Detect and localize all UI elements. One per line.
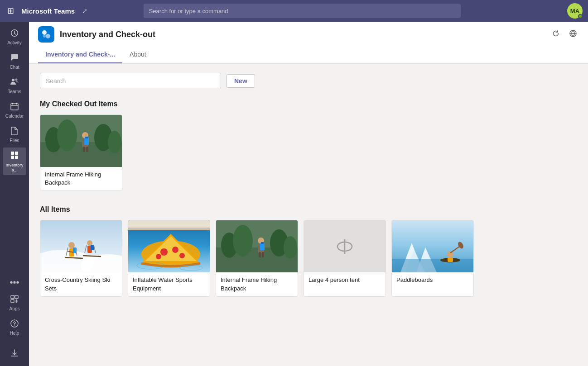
apps-icon [10, 294, 19, 305]
card-image-tent [304, 220, 386, 272]
app-title-header: Inventory and Check-out [60, 30, 155, 39]
svg-rect-6 [15, 156, 18, 159]
card-label-paddleboards: Paddleboards [392, 272, 473, 288]
inventory-icon [10, 150, 19, 162]
more-icon: ••• [10, 278, 19, 287]
card-label-hiking-backpack: Internal Frame Hiking Backpack [216, 272, 298, 296]
svg-point-1 [15, 79, 18, 81]
app-header: Inventory and Check-out [29, 22, 588, 64]
sidebar-item-label-help: Help [10, 331, 19, 336]
card-image-hiking-checked [40, 115, 122, 167]
card-hiking-backpack-checked[interactable]: Internal Frame Hiking Backpack [40, 114, 122, 191]
card-image-skiing [40, 220, 122, 272]
svg-point-31 [68, 242, 75, 248]
sidebar-item-label-files: Files [10, 138, 19, 143]
card-label-water-sports: Inflatable Water Sports Equipment [128, 272, 210, 296]
svg-point-19 [57, 119, 77, 151]
svg-point-61 [284, 236, 297, 259]
sidebar-item-label-inventory: Inventory a... [5, 162, 24, 172]
svg-point-59 [233, 225, 253, 257]
sidebar-item-label-chat: Chat [10, 65, 19, 70]
card-tent[interactable]: Large 4 person tent [304, 220, 386, 296]
svg-point-21 [108, 131, 121, 153]
svg-point-50 [160, 248, 168, 256]
svg-point-11 [14, 325, 15, 326]
card-water-sports[interactable]: Inflatable Water Sports Equipment [128, 220, 210, 296]
sidebar-item-help[interactable]: Help [3, 316, 26, 338]
global-search-input[interactable] [144, 4, 461, 18]
sidebar-item-activity[interactable]: Activity [3, 25, 26, 48]
sidebar-item-more[interactable]: ••• [3, 275, 26, 290]
waffle-icon[interactable]: ⊞ [5, 4, 16, 18]
sidebar-item-files[interactable]: Files [3, 123, 26, 146]
page-content: New My Checked Out Items [29, 64, 588, 366]
app-logo [38, 26, 54, 43]
svg-rect-7 [11, 295, 14, 299]
new-button[interactable]: New [227, 74, 255, 88]
svg-rect-67 [262, 252, 264, 257]
all-items-section-title: All Items [40, 205, 577, 214]
sidebar-item-inventory[interactable]: Inventory a... [3, 147, 26, 175]
app-title: Microsoft Teams [21, 7, 75, 15]
svg-rect-26 [83, 147, 85, 152]
card-skiing[interactable]: Cross-Country Skiing Ski Sets [40, 220, 122, 296]
download-icon [10, 348, 19, 360]
card-label-hiking-checked: Internal Frame Hiking Backpack [40, 167, 122, 190]
sidebar-item-label-calendar: Calendar [5, 114, 24, 119]
presence-dot [578, 14, 583, 19]
card-hiking-backpack[interactable]: Internal Frame Hiking Backpack [216, 220, 298, 296]
card-image-hiking [216, 220, 298, 272]
svg-rect-64 [260, 243, 265, 250]
popout-icon[interactable]: ⤢ [82, 7, 87, 14]
header-actions [550, 28, 579, 42]
svg-rect-5 [11, 156, 14, 159]
svg-rect-27 [86, 147, 88, 152]
sidebar-item-download[interactable] [3, 346, 26, 362]
svg-point-53 [156, 254, 161, 259]
svg-point-14 [43, 35, 46, 38]
globe-icon[interactable] [567, 28, 579, 42]
svg-rect-46 [128, 228, 210, 230]
svg-rect-65 [261, 242, 264, 244]
tab-inventory[interactable]: Inventory and Check-... [38, 46, 122, 63]
sidebar-item-teams[interactable]: Teams [3, 74, 26, 97]
sidebar: Activity Chat Teams [0, 22, 29, 366]
sidebar-item-label-activity: Activity [7, 40, 22, 45]
main-layout: Activity Chat Teams [0, 22, 588, 366]
search-input-wrap [40, 73, 221, 89]
refresh-icon[interactable] [550, 28, 562, 42]
card-image-paddleboard [392, 220, 473, 272]
content-area: Inventory and Check-out [29, 22, 588, 366]
svg-rect-77 [448, 257, 453, 262]
svg-point-12 [42, 30, 47, 35]
avatar[interactable]: MA [567, 3, 583, 19]
svg-rect-3 [11, 152, 14, 155]
activity-icon [10, 28, 19, 39]
svg-rect-2 [11, 104, 18, 110]
svg-rect-4 [15, 152, 18, 155]
card-image-water [128, 220, 210, 272]
svg-point-0 [12, 79, 14, 81]
svg-point-76 [447, 251, 453, 257]
svg-point-52 [179, 253, 185, 258]
help-icon [10, 318, 19, 330]
tab-about[interactable]: About [122, 46, 154, 63]
card-paddleboards[interactable]: Paddleboards [391, 220, 474, 296]
sidebar-item-chat[interactable]: Chat [3, 50, 26, 72]
sidebar-item-calendar[interactable]: Calendar [3, 99, 26, 121]
all-items-cards: Cross-Country Skiing Ski Sets [40, 220, 577, 296]
search-input[interactable] [40, 73, 221, 89]
checked-out-section-title: My Checked Out Items [40, 100, 577, 108]
svg-rect-24 [84, 138, 89, 145]
svg-point-13 [46, 34, 50, 38]
svg-rect-9 [11, 299, 14, 303]
checked-out-cards: Internal Frame Hiking Backpack [40, 114, 577, 191]
sidebar-item-apps[interactable]: Apps [3, 291, 26, 314]
chat-icon [10, 52, 19, 64]
calendar-icon [10, 101, 19, 113]
topbar: ⊞ Microsoft Teams ⤢ MA [0, 0, 588, 22]
global-search [144, 4, 461, 18]
files-icon [10, 126, 19, 137]
sidebar-item-label-apps: Apps [10, 306, 20, 311]
svg-rect-66 [259, 252, 261, 257]
